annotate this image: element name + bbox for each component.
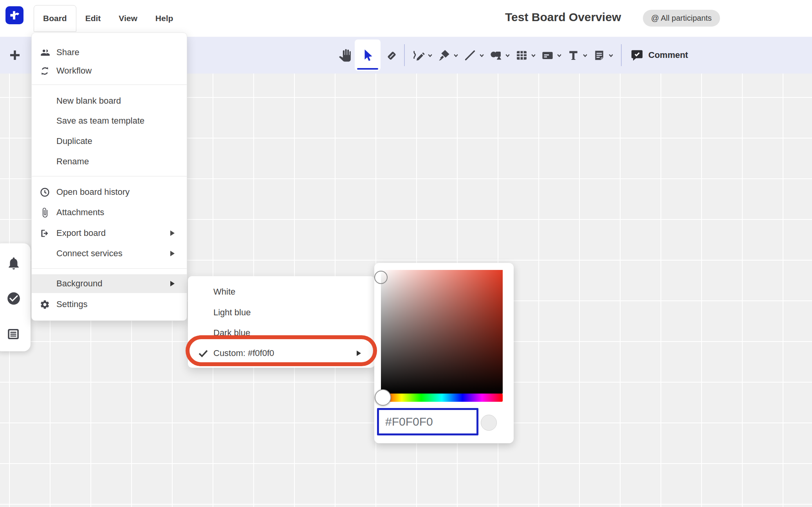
submenu-item-label: Light blue (213, 307, 251, 318)
submenu-item-white[interactable]: White (188, 282, 375, 301)
line-tool[interactable] (461, 43, 485, 67)
toolbar-divider (621, 44, 622, 66)
hand-tool-icon[interactable] (336, 43, 353, 67)
submenu-item-light-blue[interactable]: Light blue (188, 303, 375, 322)
submenu-item-label: White (213, 287, 235, 297)
menu-item-label: Save as team template (56, 116, 144, 126)
menu-divider (32, 268, 187, 269)
pen-tool[interactable] (410, 43, 433, 67)
menu-divider (32, 84, 187, 85)
app-logo-icon[interactable] (5, 6, 23, 24)
chevron-down-icon (479, 52, 485, 58)
menu-item-label: Rename (56, 156, 89, 167)
add-button[interactable] (6, 47, 23, 64)
paperclip-icon (40, 207, 50, 218)
menu-board-label: Board (43, 14, 67, 23)
menu-item-label: Background (56, 279, 102, 289)
bell-icon[interactable] (6, 256, 21, 272)
menu-help-label: Help (155, 14, 173, 23)
table-icon (513, 43, 530, 67)
menu-item-label: Attachments (56, 207, 104, 218)
hue-slider[interactable] (381, 394, 503, 402)
menu-item-open-board-history[interactable]: Open board history (32, 183, 187, 201)
toolbar-divider (404, 44, 405, 66)
menu-view-label: View (119, 14, 137, 23)
export-icon (40, 228, 50, 239)
menu-edit[interactable]: Edit (76, 5, 110, 32)
line-icon (461, 43, 478, 67)
shapes-tool[interactable] (487, 43, 511, 67)
chevron-down-icon (556, 52, 562, 58)
menu-item-share[interactable]: Share (32, 43, 187, 62)
table-tool[interactable] (513, 43, 536, 67)
card-tool[interactable] (539, 43, 562, 67)
check-circle-icon[interactable] (6, 291, 21, 307)
menu-item-connect-services[interactable]: Connect services (32, 244, 187, 263)
menu-item-label: New blank board (56, 96, 121, 106)
hex-color-input[interactable] (377, 408, 478, 435)
page-title[interactable]: Test Board Overview (505, 11, 621, 24)
menu-item-label: Duplicate (56, 136, 92, 146)
select-tool[interactable] (355, 40, 381, 71)
hue-slider-knob[interactable] (375, 389, 391, 406)
gear-icon (40, 299, 50, 310)
comment-button[interactable]: Comment (630, 49, 688, 62)
card-icon (539, 43, 556, 67)
highlighter-icon (435, 43, 453, 67)
shapes-icon (487, 43, 504, 67)
cursor-icon (361, 48, 375, 62)
submenu-arrow-icon (170, 280, 175, 287)
note-icon (590, 43, 608, 67)
saturation-knob[interactable] (374, 271, 388, 284)
text-tool[interactable] (565, 43, 588, 67)
menu-item-settings[interactable]: Settings (32, 295, 187, 314)
annotation-highlight-ring (186, 335, 377, 366)
menu-item-save-as-team-template[interactable]: Save as team template (32, 111, 187, 130)
menu-item-export-board[interactable]: Export board (32, 224, 187, 243)
menu-item-duplicate[interactable]: Duplicate (32, 132, 187, 151)
list-icon[interactable] (6, 327, 20, 343)
highlighter-tool[interactable] (435, 43, 459, 67)
menu-item-rename[interactable]: Rename (32, 152, 187, 171)
submenu-arrow-icon (170, 250, 175, 257)
selected-tool-underline (357, 68, 378, 70)
menu-board[interactable]: Board (34, 5, 76, 32)
saturation-gradient-area[interactable] (381, 270, 503, 394)
chevron-down-icon (608, 52, 614, 58)
menu-item-label: Settings (56, 299, 88, 309)
pen-icon (410, 43, 427, 67)
color-picker-panel (374, 263, 514, 443)
chevron-down-icon (582, 52, 588, 58)
header-bar: Board Edit View Help Test Board Overview… (0, 0, 812, 37)
menu-item-attachments[interactable]: Attachments (32, 203, 187, 222)
menu-item-label: Export board (56, 228, 106, 238)
menu-item-label: Connect services (56, 248, 123, 259)
participants-badge[interactable]: @ All participants (643, 10, 720, 27)
people-icon (40, 47, 50, 58)
menu-item-new-blank-board[interactable]: New blank board (32, 92, 187, 110)
chevron-down-icon (505, 52, 511, 58)
menu-view[interactable]: View (110, 5, 146, 32)
menu-divider (32, 176, 187, 176)
menu-help[interactable]: Help (146, 5, 182, 32)
clock-icon (40, 187, 50, 198)
note-tool[interactable] (590, 43, 614, 67)
submenu-arrow-icon (170, 230, 175, 236)
menu-edit-label: Edit (85, 14, 101, 23)
menu-item-label: Open board history (56, 187, 130, 197)
comment-label: Comment (648, 50, 688, 60)
menu-item-background[interactable]: Background (32, 274, 187, 293)
menu-item-label: Share (56, 47, 79, 58)
side-panel (0, 243, 31, 351)
board-menu-dropdown: Share Workflow New blank board Save as t… (31, 32, 187, 321)
menubar: Board Edit View Help (34, 5, 182, 32)
chevron-down-icon (531, 52, 536, 58)
cycle-icon (40, 66, 50, 76)
color-preview-swatch (481, 415, 497, 431)
menu-item-label: Workflow (56, 66, 92, 76)
eraser-tool-icon[interactable] (382, 43, 399, 67)
menu-item-workflow[interactable]: Workflow (32, 61, 187, 80)
text-icon (565, 43, 582, 67)
board-canvas[interactable]: Board Edit View Help Test Board Overview… (0, 0, 812, 507)
comment-icon (630, 49, 644, 62)
